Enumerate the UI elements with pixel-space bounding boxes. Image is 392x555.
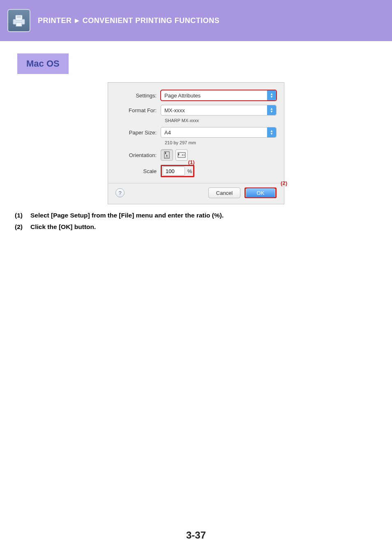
orientation-label: Orientation: [115,152,161,158]
scale-unit: % [187,168,192,174]
papersize-subtext: 210 by 297 mm [165,140,277,145]
landscape-icon [178,152,186,158]
papersize-label: Paper Size: [115,130,161,136]
callout-1: (1) [188,159,195,165]
ok-label: OK [257,190,265,196]
button-group: (2) Cancel OK [208,187,277,198]
breadcrumb: PRINTER►CONVENIENT PRINTING FUNCTIONS [38,16,219,25]
settings-row: Settings: Page Attributes ▲▼ [115,90,277,101]
stepper-icon: ▲▼ [267,127,276,137]
breadcrumb-section: PRINTER [38,16,72,25]
papersize-row: Paper Size: A4 ▲▼ [115,127,277,138]
step-2-number: (2) [15,223,26,231]
ok-button-highlight[interactable]: OK [244,187,277,198]
page-setup-dialog: Settings: Page Attributes ▲▼ Format For:… [108,82,284,204]
breadcrumb-title: CONVENIENT PRINTING FUNCTIONS [83,16,220,25]
orientation-group [161,149,188,161]
scale-row: Scale (1) % [115,165,277,177]
formatfor-value: MX-xxxx [164,107,185,113]
scale-input[interactable] [163,166,185,176]
orientation-portrait-button[interactable] [161,149,173,161]
papersize-select[interactable]: A4 ▲▼ [161,127,277,138]
settings-label: Settings: [115,92,161,99]
dialog-container: Settings: Page Attributes ▲▼ Format For:… [0,82,392,204]
step-2-text: Click the [OK] button. [30,223,96,231]
help-button[interactable]: ? [115,188,125,197]
settings-value: Page Attributes [164,92,201,99]
breadcrumb-arrow: ► [74,16,81,25]
step-1-text: Select [Page Setup] from the [File] menu… [30,212,224,219]
dialog-footer: ? (2) Cancel OK [115,187,277,198]
scale-highlight: (1) % [161,165,194,177]
formatfor-select[interactable]: MX-xxxx ▲▼ [161,105,277,116]
instructions: (1) Select [Page Setup] from the [File] … [15,212,377,231]
instruction-step-1: (1) Select [Page Setup] from the [File] … [15,212,377,219]
formatfor-label: Format For: [115,107,161,113]
cancel-label: Cancel [216,190,233,196]
cancel-button[interactable]: Cancel [208,187,240,198]
scale-label: Scale [115,168,161,174]
orientation-landscape-button[interactable] [175,149,188,161]
section-title: Mac OS [17,53,69,74]
svg-point-8 [182,155,183,156]
printer-icon [7,9,30,32]
ok-button[interactable]: OK [246,188,275,197]
svg-point-6 [166,155,168,156]
papersize-value: A4 [164,130,171,136]
step-1-number: (1) [15,212,26,219]
settings-select[interactable]: Page Attributes ▲▼ [161,90,277,101]
svg-rect-4 [16,23,22,26]
page-number: 3-37 [0,530,392,541]
callout-2: (2) [281,180,287,186]
page-header: PRINTER►CONVENIENT PRINTING FUNCTIONS [0,0,392,41]
orientation-row: Orientation: [115,149,277,161]
formatfor-subtext: SHARP MX-xxxx [165,118,277,123]
stepper-icon: ▲▼ [267,90,276,100]
stepper-icon: ▲▼ [267,105,276,115]
dialog-divider [108,183,284,183]
instruction-step-2: (2) Click the [OK] button. [15,223,377,231]
portrait-icon [164,151,170,159]
formatfor-row: Format For: MX-xxxx ▲▼ [115,105,277,116]
